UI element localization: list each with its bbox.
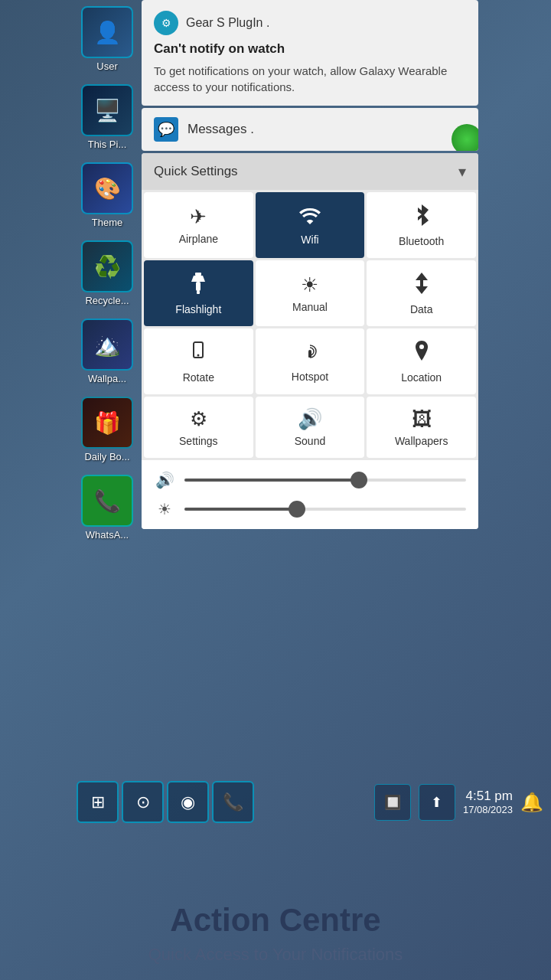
taskbar-camera-button[interactable]: ◉ [167, 781, 209, 823]
desktop-icon-user[interactable]: 👤 User [73, 0, 142, 78]
gear-plugin-notification[interactable]: ⚙ Gear S PlugIn . Can't notify on watch … [142, 0, 478, 106]
notif-header: ⚙ Gear S PlugIn . [154, 11, 466, 35]
desktop-icon-whatsapp[interactable]: 📞 WhatsA... [73, 469, 142, 547]
daily-label: Daily Bo... [84, 451, 129, 462]
svg-rect-2 [197, 291, 200, 294]
bottom-text-area: Action Centre Quick Access to Your Notif… [0, 902, 551, 965]
qs-data-button[interactable]: Data [367, 260, 476, 326]
rotate-label: Rotate [183, 371, 214, 384]
manual-label: Manual [292, 301, 328, 313]
time-display: 4:51 pm 17/08/2023 [463, 789, 513, 815]
messages-name: Messages . [187, 122, 254, 137]
taskbar-apps-button[interactable]: ⊞ [77, 781, 119, 823]
volume-icon: 🔊 [154, 471, 175, 489]
messages-notification[interactable]: 💬 Messages . ▾ [142, 108, 478, 151]
taskbar-settings-button[interactable]: ⊙ [122, 781, 164, 823]
qs-wifi-button[interactable]: Wifi [256, 192, 365, 258]
green-circle [452, 124, 478, 151]
taskbar-overlay-button[interactable]: 🔲 [374, 784, 411, 821]
recycle-icon-box: ♻️ [81, 240, 133, 292]
action-centre-subtitle: Quick Access to Your Notifications [31, 945, 520, 965]
flashlight-icon [190, 273, 207, 297]
brightness-slider-row: ☀ [154, 500, 466, 518]
brightness-slider-fill [184, 508, 297, 511]
messages-left: 💬 Messages . [154, 117, 254, 142]
bluetooth-label: Bluetooth [399, 235, 444, 247]
sound-icon: 🔊 [298, 409, 322, 429]
wifi-label: Wifi [301, 234, 318, 246]
gear-plugin-icon: ⚙ [154, 11, 178, 35]
qs-rotate-button[interactable]: Rotate [144, 328, 253, 394]
qs-airplane-button[interactable]: ✈ Airplane [144, 192, 253, 258]
bluetooth-icon [413, 204, 430, 229]
brightness-slider-track[interactable] [184, 508, 466, 511]
hotspot-icon [300, 341, 320, 364]
qs-grid: ✈ Airplane Wifi [142, 190, 478, 460]
notification-bell-icon[interactable]: 🔔 [520, 792, 543, 813]
wallpapers-icon: 🖼 [412, 409, 432, 429]
volume-slider-track[interactable] [184, 479, 466, 482]
thispc-icon-box: 🖥️ [81, 84, 133, 136]
taskbar-icon-group-left: ⊞ ⊙ ◉ 📞 [77, 781, 254, 823]
qs-settings-button[interactable]: ⚙ Settings [144, 397, 253, 458]
hotspot-label: Hotspot [292, 371, 328, 383]
svg-rect-1 [196, 282, 201, 291]
manual-icon: ☀ [301, 275, 318, 295]
clock-time: 4:51 pm [463, 789, 513, 804]
sound-label: Sound [295, 435, 325, 447]
desktop-icon-theme[interactable]: 🎨 Theme [73, 156, 142, 234]
desktop-icon-column: 👤 User 🖥️ This Pi... 🎨 Theme ♻️ Recycle.… [69, 0, 145, 547]
action-centre-title: Action Centre [31, 902, 520, 939]
theme-icon-box: 🎨 [81, 162, 133, 214]
whatsapp-label: WhatsA... [86, 529, 129, 541]
quick-settings-panel: Quick Settings ▾ ✈ Airplane [142, 153, 478, 529]
daily-icon-box: 🎁 [81, 397, 133, 449]
svg-rect-3 [420, 280, 423, 286]
sliders-section: 🔊 ☀ [142, 460, 478, 529]
location-icon [413, 341, 430, 365]
whatsapp-icon-box: 📞 [81, 475, 133, 527]
volume-slider-row: 🔊 [154, 471, 466, 489]
qs-chevron[interactable]: ▾ [458, 162, 466, 181]
gear-plugin-title: Can't notify on watch [154, 41, 466, 57]
volume-slider-fill [184, 479, 359, 482]
wifi-icon [299, 206, 321, 227]
settings-label: Settings [179, 435, 218, 447]
theme-label: Theme [92, 217, 122, 228]
qs-sound-button[interactable]: 🔊 Sound [256, 397, 365, 458]
brightness-slider-thumb [289, 501, 305, 518]
desktop-icon-recycle[interactable]: ♻️ Recycle... [73, 234, 142, 312]
wallpapers-label: Wallpapers [395, 435, 448, 447]
svg-rect-0 [195, 273, 201, 276]
desktop-icon-thispc[interactable]: 🖥️ This Pi... [73, 78, 142, 156]
qs-location-button[interactable]: Location [367, 328, 476, 394]
taskbar-arrow-button[interactable]: ⬆ [419, 784, 455, 821]
qs-manual-button[interactable]: ☀ Manual [256, 260, 365, 326]
user-icon-box: 👤 [81, 6, 133, 58]
user-label: User [96, 60, 117, 72]
settings-icon: ⚙ [190, 409, 207, 429]
brightness-icon: ☀ [154, 500, 175, 518]
taskbar-phone-button[interactable]: 📞 [212, 781, 254, 823]
desktop-icon-wallpaper[interactable]: 🏔️ Wallpa... [73, 312, 142, 390]
airplane-label: Airplane [179, 233, 218, 245]
qs-bluetooth-button[interactable]: Bluetooth [367, 192, 476, 258]
qs-flashlight-button[interactable]: Flashlight [144, 260, 253, 326]
qs-wallpapers-button[interactable]: 🖼 Wallpapers [367, 397, 476, 458]
gear-plugin-body: To get notifications on your watch, allo… [154, 63, 466, 95]
flashlight-label: Flashlight [175, 303, 221, 315]
desktop-icon-daily[interactable]: 🎁 Daily Bo... [73, 390, 142, 469]
airplane-icon: ✈ [190, 207, 207, 227]
recycle-label: Recycle... [85, 295, 129, 306]
data-label: Data [410, 303, 433, 315]
taskbar: ⊞ ⊙ ◉ 📞 🔲 ⬆ 4:51 pm 17/08/2023 🔔 [69, 777, 551, 827]
wallpaper-icon-box: 🏔️ [81, 318, 133, 371]
data-icon [412, 273, 431, 297]
qs-hotspot-button[interactable]: Hotspot [256, 328, 365, 394]
taskbar-right: 🔲 ⬆ 4:51 pm 17/08/2023 🔔 [374, 784, 543, 821]
notification-panel: ⚙ Gear S PlugIn . Can't notify on watch … [142, 0, 478, 531]
thispc-label: This Pi... [88, 139, 127, 150]
volume-slider-thumb [350, 472, 367, 488]
gear-plugin-name: Gear S PlugIn . [186, 16, 269, 30]
svg-point-5 [197, 354, 200, 357]
